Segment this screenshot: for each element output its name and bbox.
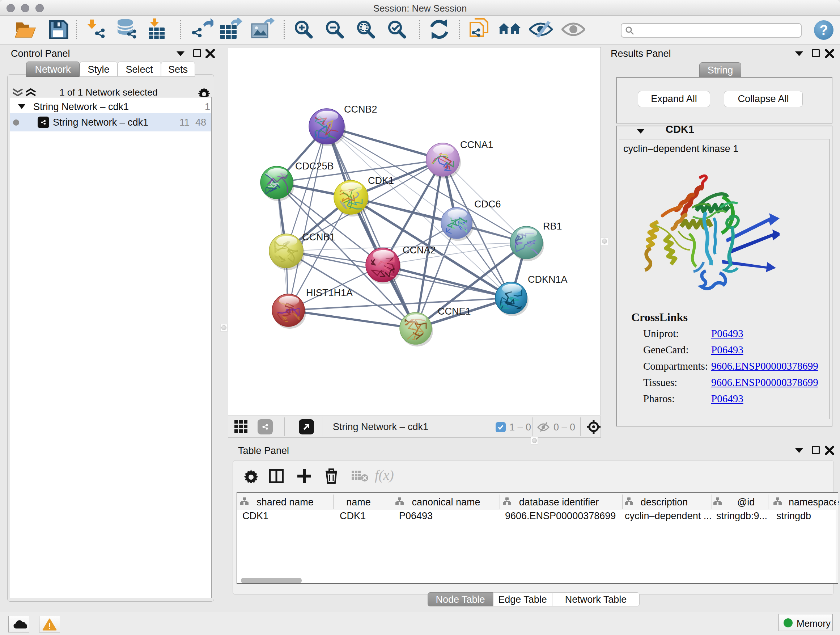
svg-text:CCNA2: CCNA2 (403, 245, 436, 256)
svg-text:CDC6: CDC6 (474, 199, 501, 210)
svg-text:CDC25B: CDC25B (295, 161, 334, 172)
svg-text:CDK1: CDK1 (368, 175, 394, 186)
svg-text:CCNE1: CCNE1 (438, 306, 471, 317)
svg-text:CCNB2: CCNB2 (344, 104, 377, 115)
svg-text:CDKN1A: CDKN1A (528, 274, 568, 285)
svg-text:HIST1H1A: HIST1H1A (306, 287, 353, 298)
svg-text:CCNA1: CCNA1 (460, 139, 493, 150)
svg-text:RB1: RB1 (543, 221, 562, 232)
svg-text:CCNB1: CCNB1 (302, 232, 335, 242)
